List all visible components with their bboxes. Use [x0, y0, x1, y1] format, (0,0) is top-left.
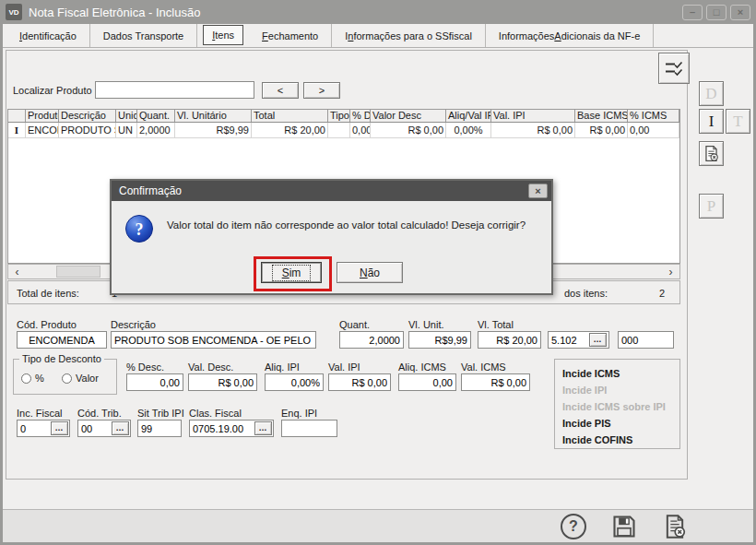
cell-tipo — [328, 123, 350, 137]
enq-ipi-field[interactable] — [281, 420, 337, 437]
save-button[interactable] — [611, 514, 637, 539]
vl-unit-field[interactable] — [408, 331, 471, 349]
tab-identificacao[interactable]: Identificação — [6, 24, 90, 47]
sim-button[interactable]: Sim — [261, 262, 322, 283]
d-button: D — [699, 81, 724, 106]
cod-produto-label: Cód. Produto — [17, 319, 77, 330]
question-icon: ? — [124, 214, 154, 243]
app-badge-icon: VD — [6, 4, 22, 20]
perc-desc-label: % Desc. — [126, 361, 164, 373]
scroll-left-icon[interactable]: ‹ — [9, 266, 25, 278]
tab-informacoes-adicionais-nfe[interactable]: Informações Adicionais da NF-e — [486, 24, 654, 47]
titlebar[interactable]: VD Nota Fiscal Eletrônica - Inclusão – □… — [0, 0, 756, 24]
window-title: Nota Fiscal Eletrônica - Inclusão — [29, 6, 679, 19]
total-dos-itens-value: 2 — [659, 288, 665, 299]
dialog-titlebar[interactable]: Confirmação — [112, 181, 551, 201]
minimize-button[interactable]: – — [682, 5, 703, 20]
radio-valor-icon — [62, 373, 72, 384]
grid-header-perc-icms[interactable]: % ICMS — [628, 110, 679, 122]
incide-panel: Incide ICMS Incide IPI Incide ICMS sobre… — [554, 359, 680, 449]
dialog-message: Valor total do item não corresponde ao v… — [167, 219, 542, 231]
next-button[interactable]: > — [303, 82, 340, 99]
dialog-body: ? Valor total do item não corresponde ao… — [112, 201, 551, 293]
total-itens-label: Total de itens: — [17, 288, 79, 299]
cod-aux-field[interactable] — [618, 331, 674, 349]
quant-label: Quant. — [339, 319, 370, 330]
help-button[interactable]: ? — [561, 514, 586, 539]
grid-header-aliq-val-ip[interactable]: Aliq/Val IP — [446, 110, 491, 122]
localizar-produto-label: Localizar Produto — [13, 85, 92, 96]
tab-bar: Identificação Dados Transporte Itens Fec… — [3, 24, 753, 48]
cancel-button[interactable] — [662, 514, 688, 539]
tab-fechamento[interactable]: Fechamento — [249, 24, 332, 47]
grid-header-tipo[interactable]: Tipo — [328, 110, 350, 122]
maximize-button[interactable]: □ — [706, 5, 726, 20]
val-desc-field[interactable] — [188, 373, 257, 391]
clas-fiscal-lookup-button[interactable]: … — [254, 421, 272, 435]
incide-cofins: Incide COFINS — [562, 432, 679, 448]
check-items-button[interactable] — [658, 53, 690, 84]
tipo-desconto-group: Tipo de Desconto % Valor — [13, 359, 117, 395]
tab-informacoes-ssfiscal[interactable]: Informações para o SSfiscal — [332, 24, 486, 47]
scroll-right-icon[interactable]: › — [663, 266, 679, 278]
grid-header-descricao[interactable]: Descrição — [59, 110, 116, 122]
grid-header-total[interactable]: Total — [252, 110, 328, 122]
cod-trib-lookup-button[interactable]: … — [112, 421, 129, 435]
grid-header-vl-unitario[interactable]: Vl. Unitário — [175, 110, 252, 122]
cod-produto-field[interactable] — [17, 331, 107, 349]
aliq-ipi-field[interactable] — [265, 373, 324, 391]
cell-total: R$ 20,00 — [252, 123, 328, 137]
perc-desc-field[interactable] — [126, 373, 183, 391]
i-button[interactable]: I — [699, 109, 724, 134]
grid-header-quant[interactable]: Quant. — [137, 110, 175, 122]
previous-button[interactable]: < — [262, 82, 299, 99]
scrollbar-thumb[interactable] — [56, 266, 100, 278]
tab-dados-transporte[interactable]: Dados Transporte — [90, 24, 197, 47]
help-icon: ? — [569, 518, 578, 535]
svg-text:?: ? — [136, 220, 144, 239]
cod-trib-label: Cód. Trib. — [77, 408, 122, 419]
t-button: T — [726, 109, 750, 134]
footer-bar: ? — [3, 509, 753, 542]
p-button: P — [699, 194, 724, 219]
cell-valor-desc: R$ 0,00 — [371, 123, 446, 137]
vl-total-field[interactable] — [478, 331, 541, 349]
aliq-icms-field[interactable] — [398, 373, 456, 391]
sit-trib-ipi-field[interactable] — [137, 420, 182, 437]
dialog-title: Confirmação — [119, 184, 182, 197]
quant-field[interactable] — [339, 331, 404, 349]
descricao-label: Descrição — [111, 319, 156, 330]
cell-perc-icms: 0,00 — [628, 123, 679, 137]
delete-item-button[interactable] — [699, 141, 724, 166]
dialog-close-button[interactable]: × — [528, 184, 548, 198]
app-window: VD Nota Fiscal Eletrônica - Inclusão – □… — [0, 0, 756, 545]
cell-base-icms: R$ 0,00 — [575, 123, 628, 137]
inc-fiscal-lookup-button[interactable]: … — [51, 421, 68, 435]
inc-fiscal-label: Inc. Fiscal — [17, 408, 63, 419]
grid-header-val-ipi[interactable]: Val. IPI — [491, 110, 575, 122]
grid-header-unid[interactable]: Unid — [116, 110, 137, 122]
val-ipi-label: Val. IPI — [328, 361, 360, 373]
nao-button[interactable]: Não — [337, 262, 403, 283]
grid-header-perc-desc[interactable]: % De — [350, 110, 371, 122]
grid-data-row[interactable]: I ENCOMENDA PRODUTO SOB ENCOMENDA UN 2,0… — [8, 123, 679, 138]
cell-val-ipi: R$ 0,00 — [491, 123, 575, 137]
radio-valor[interactable]: Valor — [62, 373, 99, 384]
cell-produto: ENCOMENDA — [26, 123, 59, 137]
grid-header-base-icms[interactable]: Base ICMS — [575, 110, 628, 122]
close-button[interactable]: × — [730, 5, 750, 20]
close-icon: × — [535, 186, 540, 196]
grid-header-indicator — [8, 110, 26, 122]
client-area: Identificação Dados Transporte Itens Fec… — [3, 24, 753, 542]
grid-header-produto[interactable]: Produto — [26, 110, 59, 122]
val-ipi-field[interactable] — [328, 373, 391, 391]
document-delete-icon — [662, 514, 688, 539]
descricao-field[interactable] — [111, 331, 316, 349]
localizar-produto-input[interactable] — [95, 81, 254, 99]
cell-aliq-val-ip: 0,00% — [446, 123, 491, 137]
radio-percent[interactable]: % — [21, 373, 44, 384]
grid-header-valor-desc[interactable]: Valor Desc — [371, 110, 446, 122]
val-icms-field[interactable] — [461, 373, 530, 391]
tab-itens[interactable]: Itens — [203, 25, 243, 45]
cfop-lookup-button[interactable]: … — [589, 333, 607, 347]
